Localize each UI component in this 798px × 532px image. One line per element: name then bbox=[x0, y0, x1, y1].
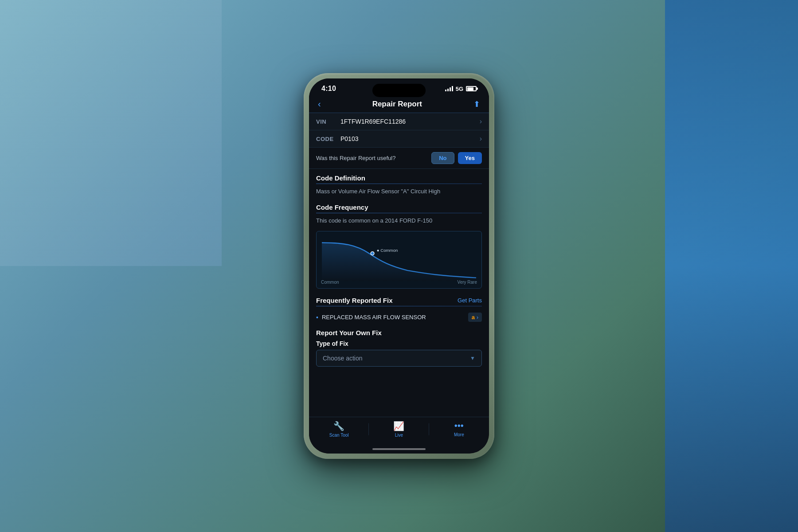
frequency-chart: ● Common Common Very Rare bbox=[316, 231, 482, 289]
yes-button[interactable]: Yes bbox=[458, 152, 482, 164]
tab-live[interactable]: 📈 Live bbox=[369, 421, 429, 438]
amazon-badge[interactable]: a › bbox=[468, 313, 482, 322]
vin-value: 1FTFW1R69EFC11286 bbox=[340, 118, 480, 125]
type-of-fix-label: Type of Fix bbox=[316, 340, 482, 347]
phone-case: 4:10 5G bbox=[304, 73, 494, 459]
amazon-arrow-icon: › bbox=[477, 314, 478, 321]
scan-tool-label: Scan Tool bbox=[329, 433, 349, 438]
more-label: More bbox=[454, 432, 464, 437]
code-definition-title: Code Definition bbox=[316, 174, 482, 182]
code-label: CODE bbox=[316, 136, 340, 142]
home-indicator bbox=[372, 448, 426, 450]
fix-title: Frequently Reported Fix bbox=[316, 297, 393, 304]
report-title: Report Your Own Fix bbox=[316, 329, 482, 336]
code-definition-text: Mass or Volume Air Flow Sensor "A" Circu… bbox=[316, 188, 482, 196]
code-frequency-section: Code Frequency This code is common on a … bbox=[309, 198, 489, 227]
code-row[interactable]: CODE P0103 › bbox=[309, 130, 489, 148]
fix-item-text: REPLACED MASS AIR FLOW SENSOR bbox=[322, 314, 465, 321]
status-time: 4:10 bbox=[321, 85, 336, 93]
share-button[interactable]: ⬆ bbox=[473, 99, 480, 109]
fix-bullet-icon: • bbox=[316, 314, 318, 321]
content-spacer bbox=[309, 369, 489, 417]
scan-tool-icon: 🔧 bbox=[333, 421, 344, 431]
tab-scan-tool[interactable]: 🔧 Scan Tool bbox=[309, 421, 369, 438]
fix-item: • REPLACED MASS AIR FLOW SENSOR a › bbox=[309, 310, 489, 325]
page-title: Repair Report bbox=[372, 100, 422, 109]
more-icon: ••• bbox=[454, 421, 464, 431]
bg-steps bbox=[0, 0, 222, 266]
useful-prompt-text: Was this Repair Report useful? bbox=[316, 155, 395, 161]
no-button[interactable]: No bbox=[431, 152, 454, 164]
code-value: P0103 bbox=[340, 135, 480, 142]
useful-bar: Was this Repair Report useful? No Yes bbox=[309, 148, 489, 169]
bg-blue-bar bbox=[665, 0, 798, 532]
signal-bars-icon bbox=[445, 86, 453, 91]
tab-more[interactable]: ••• More bbox=[429, 421, 489, 438]
choose-action-dropdown[interactable]: Choose action ▼ bbox=[316, 350, 482, 367]
frequency-chart-svg: ● Common bbox=[322, 237, 476, 283]
live-label: Live bbox=[395, 433, 403, 438]
code-definition-section: Code Definition Mass or Volume Air Flow … bbox=[309, 169, 489, 198]
battery-icon bbox=[466, 86, 477, 91]
network-type: 5G bbox=[456, 86, 463, 92]
chart-label-common: Common bbox=[321, 280, 339, 285]
amazon-icon: a bbox=[472, 314, 475, 321]
report-section: Report Your Own Fix Type of Fix Choose a… bbox=[309, 325, 489, 369]
fix-header: Frequently Reported Fix Get Parts bbox=[309, 292, 489, 306]
phone-screen: 4:10 5G bbox=[309, 78, 489, 454]
common-dot-label: ● Common bbox=[377, 248, 398, 253]
dropdown-arrow-icon: ▼ bbox=[470, 355, 475, 361]
vin-chevron-icon: › bbox=[480, 117, 482, 125]
tab-bar: 🔧 Scan Tool 📈 Live ••• More bbox=[309, 417, 489, 446]
frequency-fill bbox=[322, 243, 476, 282]
back-button[interactable]: ‹ bbox=[318, 99, 321, 109]
dynamic-island bbox=[372, 84, 426, 97]
code-frequency-title: Code Frequency bbox=[316, 203, 482, 211]
chart-label-very-rare: Very Rare bbox=[458, 280, 477, 285]
fix-divider bbox=[316, 306, 482, 306]
code-chevron-icon: › bbox=[480, 135, 482, 143]
frequency-divider bbox=[316, 213, 482, 213]
status-icons: 5G bbox=[445, 86, 477, 92]
phone-bezel: 4:10 5G bbox=[309, 78, 489, 454]
nav-header: ‹ Repair Report ⬆ bbox=[309, 95, 489, 113]
battery-fill bbox=[467, 87, 473, 90]
choose-action-text: Choose action bbox=[323, 355, 363, 362]
useful-buttons: No Yes bbox=[431, 152, 482, 164]
section-divider bbox=[316, 184, 482, 184]
common-dot bbox=[371, 252, 374, 255]
code-frequency-description: This code is common on a 2014 FORD F-150 bbox=[316, 217, 482, 225]
scene: 4:10 5G bbox=[0, 0, 798, 532]
vin-label: VIN bbox=[316, 118, 340, 125]
vin-row[interactable]: VIN 1FTFW1R69EFC11286 › bbox=[309, 113, 489, 130]
get-parts-link[interactable]: Get Parts bbox=[458, 297, 482, 304]
live-icon: 📈 bbox=[393, 421, 404, 431]
